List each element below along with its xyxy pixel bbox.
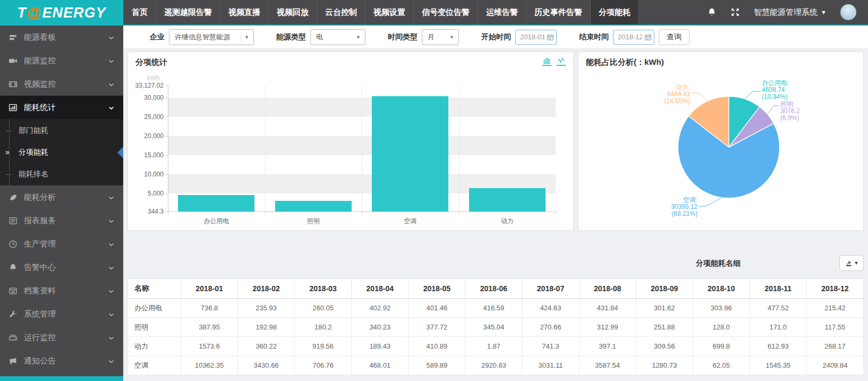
hdd-icon xyxy=(8,333,18,342)
value-cell: 699.8 xyxy=(693,337,750,356)
sidebar-item-label: 能耗统计 xyxy=(24,103,56,113)
chevron-down-icon xyxy=(108,358,115,365)
nav-item[interactable]: 视频回放 xyxy=(269,0,317,24)
sidebar-item[interactable]: 报表服务 xyxy=(0,209,123,232)
top-header: T@ENERGY 首页遥测越限告警视频直播视频回放云台控制视频设置信号变位告警运… xyxy=(0,0,868,26)
calendar-icon[interactable] xyxy=(644,33,652,41)
company-select-value: 许继信息智慧能源 xyxy=(175,32,230,42)
pie-circle[interactable] xyxy=(678,97,779,198)
nav-item[interactable]: 云台控制 xyxy=(317,0,365,24)
sidebar-item[interactable]: 告警中心 xyxy=(0,256,123,279)
sidebar-item-label: 报表服务 xyxy=(24,216,56,226)
sidebar-item[interactable]: 系统管理 xyxy=(0,302,123,326)
sidebar-item[interactable]: 视频监控 xyxy=(0,72,123,96)
bar-空调[interactable] xyxy=(372,96,448,211)
sidebar-subitem[interactable]: 部门能耗 xyxy=(0,120,123,141)
sidebar-item[interactable]: 通知公告 xyxy=(0,349,123,372)
value-cell: 128.0 xyxy=(693,318,750,337)
table-title: 分项能耗名细 xyxy=(696,259,741,268)
bar-照明[interactable] xyxy=(275,201,352,211)
calendar-icon[interactable] xyxy=(547,33,554,41)
x-tick-mark xyxy=(168,211,168,214)
y-tick-label: 10,000 xyxy=(129,171,164,178)
value-cell: 1545.35 xyxy=(750,356,806,375)
value-cell: 477.52 xyxy=(750,299,806,318)
logo[interactable]: T@ENERGY xyxy=(0,0,123,26)
archive-icon xyxy=(8,286,18,295)
dotted-tick-icon xyxy=(6,174,12,175)
value-cell: 215.42 xyxy=(806,299,863,318)
value-cell: 189.43 xyxy=(352,337,409,356)
select-divider xyxy=(241,32,241,42)
value-cell: 180.2 xyxy=(295,318,352,337)
sidebar-subitem[interactable]: »分项能耗 xyxy=(0,141,123,163)
energy-type-select[interactable]: 电 ▼ xyxy=(310,29,365,45)
nav-item[interactable]: 视频设置 xyxy=(365,0,414,24)
bar-办公用电[interactable] xyxy=(178,195,254,211)
chevron-down-icon: ▼ xyxy=(821,9,827,15)
sidebar-item[interactable]: 档案资料 xyxy=(0,279,123,302)
report-icon xyxy=(8,216,18,225)
company-select[interactable]: 许继信息智慧能源 ▼ xyxy=(169,29,254,45)
logo-leaf-icon: @ xyxy=(27,5,41,21)
column-header: 2018-04 xyxy=(352,279,409,299)
value-cell: 410.89 xyxy=(409,337,465,356)
film-icon xyxy=(8,80,18,89)
nav-item[interactable]: 信号变位告警 xyxy=(414,0,478,24)
y-tick-label: 5,000 xyxy=(129,190,164,197)
sidebar-item[interactable]: 运行监控 xyxy=(0,326,123,349)
system-menu[interactable]: 智慧能源管理系统 ▼ xyxy=(754,7,827,18)
bar-动力[interactable] xyxy=(469,188,546,211)
x-axis-label: 动力 xyxy=(459,217,556,226)
sidebar-item[interactable]: 能源看板 xyxy=(0,26,123,49)
value-cell: 401.46 xyxy=(409,299,465,318)
start-time-label: 开始时间 xyxy=(481,32,511,42)
camera-icon xyxy=(8,56,18,65)
main-content: 企业 许继信息智慧能源 ▼ 能源类型 电 ▼ 时间类型 月 ▼ 开始时间 结束时… xyxy=(123,26,868,381)
value-cell: 387.95 xyxy=(181,318,238,337)
value-cell: 3587.54 xyxy=(579,356,636,375)
bell-icon xyxy=(8,263,18,272)
nav-item[interactable]: 历史事件告警 xyxy=(526,0,591,24)
value-cell: 1.87 xyxy=(465,337,522,356)
y-axis-line xyxy=(168,86,168,211)
bell-icon[interactable] xyxy=(707,7,717,17)
nav-item[interactable]: 分项能耗 xyxy=(591,0,639,24)
export-button[interactable]: ▼ xyxy=(839,255,864,271)
bar-chart-panel: 分项统计 kWh 344.35,00010,00015,00020,00025,… xyxy=(127,52,574,231)
nav-item[interactable]: 遥测越限告警 xyxy=(156,0,220,24)
sidebar-item[interactable]: 能耗统计 xyxy=(0,96,123,119)
value-cell: 402.92 xyxy=(352,299,409,318)
label-leader-line xyxy=(744,91,761,99)
sidebar-subitem[interactable]: 能耗排名 xyxy=(0,163,123,185)
end-time-label: 结束时间 xyxy=(579,32,609,42)
sidebar-item[interactable]: 能耗分析 xyxy=(0,185,123,209)
vertical-gridline xyxy=(459,86,459,211)
sidebar-item[interactable]: 生产管理 xyxy=(0,232,123,256)
chevron-down-icon xyxy=(108,264,115,271)
column-header: 2018-12 xyxy=(806,279,863,299)
chart-icon xyxy=(8,103,18,112)
query-button[interactable]: 查询 xyxy=(659,29,690,45)
chevron-down-icon xyxy=(108,104,115,111)
column-header: 2018-07 xyxy=(522,279,579,299)
chevron-down-icon xyxy=(108,287,115,294)
value-cell: 268.17 xyxy=(806,337,863,356)
time-type-select[interactable]: 月 ▼ xyxy=(422,29,459,45)
pie-label-动力: 动力:6484.43(14.55%) xyxy=(642,84,690,105)
label-leader-line xyxy=(699,196,725,206)
fullscreen-icon[interactable] xyxy=(730,7,740,17)
y-tick-mark xyxy=(165,193,168,194)
value-cell: 468.01 xyxy=(352,356,409,375)
sidebar-item[interactable]: 能源监控 xyxy=(0,49,123,72)
nav-item[interactable]: 运维告警 xyxy=(478,0,526,24)
nav-item[interactable]: 首页 xyxy=(123,0,156,24)
sidebar: 能源看板能源监控视频监控能耗统计部门能耗»分项能耗能耗排名能耗分析报表服务生产管… xyxy=(0,26,123,381)
sidebar-subitem-label: 部门能耗 xyxy=(19,126,48,136)
nav-item[interactable]: 视频直播 xyxy=(220,0,269,24)
chevron-down-icon xyxy=(108,311,115,318)
avatar[interactable] xyxy=(840,4,856,20)
chevron-down-icon xyxy=(108,57,115,64)
value-cell: 416.59 xyxy=(465,299,522,318)
chevron-down-icon: ▼ xyxy=(356,35,361,40)
